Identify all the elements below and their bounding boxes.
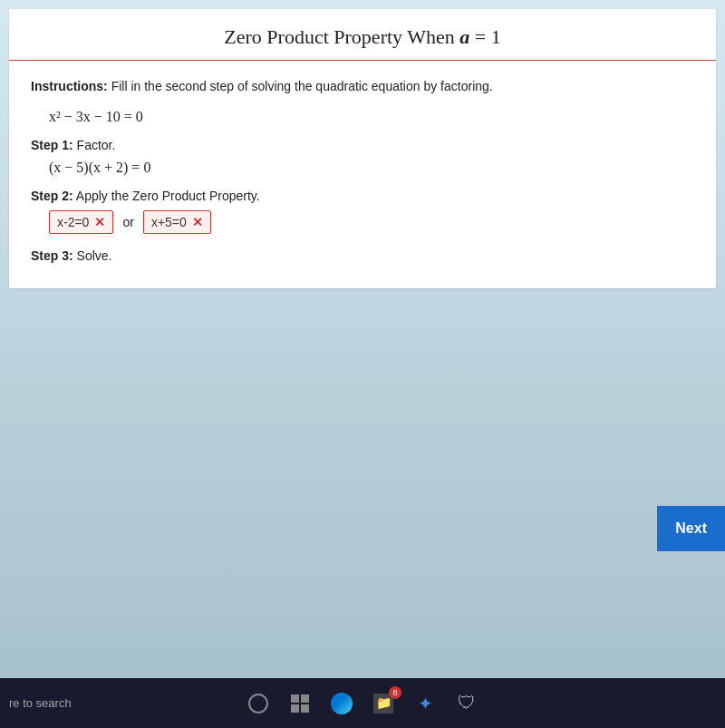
shield-icon-shape: 🛡 (458, 693, 476, 713)
instructions: Instructions: Fill in the second step of… (31, 77, 694, 96)
step3-desc: Solve. (73, 248, 112, 263)
white-card: Zero Product Property When a = 1 Instruc… (9, 9, 716, 288)
step1-desc: Factor. (73, 138, 116, 152)
x-mark-1[interactable]: ✕ (94, 215, 105, 229)
edge-browser-icon[interactable] (329, 691, 354, 716)
background-texture: Next (0, 288, 725, 678)
taskbar: re to search 📁 8 (0, 678, 725, 728)
next-button[interactable]: Next (657, 506, 725, 551)
title-equals: = 1 (475, 25, 501, 48)
task-view-icon[interactable] (287, 691, 313, 716)
step2-container: x-2=0 ✕ or x+5=0 ✕ (49, 210, 694, 234)
taskbar-icons: 📁 8 ✦ 🛡 (246, 691, 479, 716)
step1-equation: (x − 5)(x + 2) = 0 (49, 160, 694, 176)
taskbar-search-text: re to search (9, 696, 72, 710)
title-section: Zero Product Property When a = 1 (9, 9, 716, 61)
step2-bold: Step 2: (31, 189, 73, 203)
security-icon[interactable]: 🛡 (454, 691, 479, 716)
x-mark-2[interactable]: ✕ (192, 215, 203, 229)
or-text: or (122, 215, 133, 229)
file-explorer-icon[interactable]: 📁 8 (371, 691, 396, 716)
main-equation: x² − 3x − 10 = 0 (49, 109, 694, 125)
title-variable: a (459, 25, 469, 48)
windows-grid-icon (291, 694, 309, 713)
circle-icon (248, 694, 268, 713)
instructions-bold: Instructions: (31, 79, 108, 93)
screen: Zero Product Property When a = 1 Instruc… (0, 0, 725, 728)
dropbox-icon[interactable]: ✦ (412, 691, 438, 716)
answer-box-2-text: x+5=0 (151, 215, 187, 229)
windows-search-icon[interactable] (246, 691, 271, 716)
step2-desc: Apply the Zero Product Property. (73, 189, 260, 203)
step3-bold: Step 3: (31, 248, 73, 263)
step1-bold: Step 1: (31, 138, 73, 152)
edge-icon-shape (331, 693, 353, 714)
file-badge: 8 (389, 686, 401, 699)
step1-label: Step 1: Factor. (31, 138, 694, 152)
answer-box-1-text: x-2=0 (57, 215, 89, 229)
step2-label: Step 2: Apply the Zero Product Property. (31, 189, 694, 203)
instructions-text: Fill in the second step of solving the q… (108, 79, 493, 93)
dropbox-icon-shape: ✦ (418, 693, 433, 714)
card-body: Instructions: Fill in the second step of… (9, 61, 716, 288)
answer-box-2[interactable]: x+5=0 ✕ (143, 210, 211, 234)
page-title: Zero Product Property When a = 1 (27, 25, 698, 49)
content-area: Zero Product Property When a = 1 Instruc… (0, 0, 725, 678)
step3-label: Step 3: Solve. (31, 248, 694, 263)
answer-box-1[interactable]: x-2=0 ✕ (49, 210, 113, 234)
